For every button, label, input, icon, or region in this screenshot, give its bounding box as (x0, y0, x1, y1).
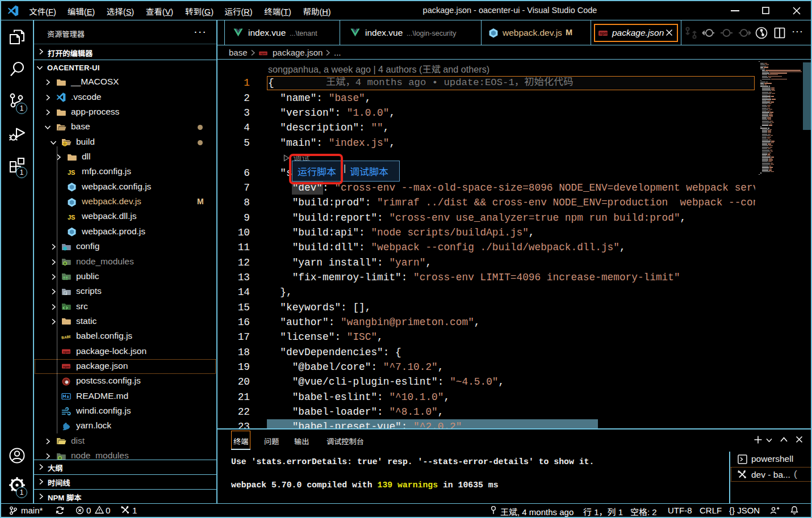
svg-text:npm: npm (63, 365, 70, 368)
svg-text:npm: npm (63, 350, 70, 353)
svg-text:BABEL: BABEL (61, 334, 70, 339)
svg-text:JS: JS (68, 169, 75, 175)
svg-text:npm: npm (260, 52, 266, 55)
svg-text:JS: JS (68, 213, 75, 220)
